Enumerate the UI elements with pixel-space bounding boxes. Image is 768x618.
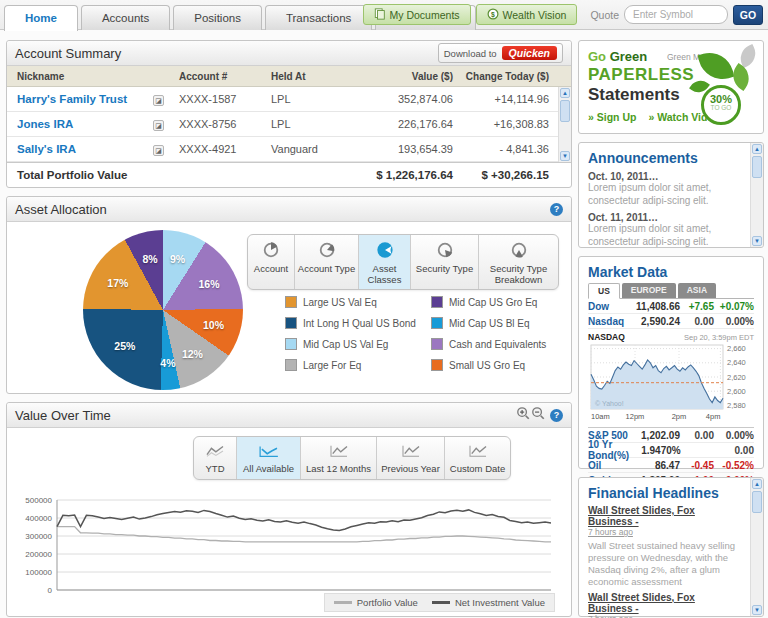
table-scrollbar[interactable]: ▲ ▼: [558, 87, 571, 162]
zoom-in-icon[interactable]: [516, 406, 531, 425]
scroll-up-icon[interactable]: ▲: [752, 144, 762, 154]
market-value: 86.47: [628, 460, 680, 471]
wealth-vision-button[interactable]: $ Wealth Vision: [476, 4, 578, 25]
range-button-custom-date[interactable]: Custom Date: [444, 437, 510, 479]
view-button-account[interactable]: Account: [248, 235, 294, 289]
scroll-down-icon[interactable]: ▼: [752, 236, 762, 246]
my-documents-button[interactable]: My Documents: [363, 4, 471, 25]
green-meter-badge: 30% TO GO: [701, 85, 741, 125]
range-button-last-12-months[interactable]: Last 12 Months: [300, 437, 376, 479]
asset-allocation-body: 9%16%10%12%4%25%17%8% Account Account Ty…: [7, 222, 571, 393]
market-tab-asia[interactable]: ASIA: [678, 283, 716, 298]
financial-headlines-title: Financial Headlines: [588, 485, 754, 501]
help-icon[interactable]: ?: [550, 203, 563, 216]
held-at: LPL: [271, 93, 363, 105]
sign-up-link[interactable]: » Sign Up: [588, 111, 636, 123]
external-link-icon[interactable]: ◪: [153, 95, 164, 106]
view-button-asset-classes[interactable]: Asset Classes: [358, 235, 410, 289]
scroll-down-icon[interactable]: ▼: [752, 605, 762, 615]
download-to-quicken-button[interactable]: Download to Quicken: [438, 43, 563, 63]
account-link[interactable]: Harry's Family Trust: [7, 93, 153, 105]
scroll-thumb[interactable]: [752, 156, 762, 178]
green-leaf-icon: [698, 48, 735, 85]
legend-label: Large For Eq: [303, 360, 361, 371]
account-number: XXXX-8756: [179, 118, 271, 130]
headline-link[interactable]: Wall Street Slides, Fox Business -: [588, 592, 754, 614]
account-change: +16,308.83: [453, 118, 557, 130]
value-over-time-body: YTD All Available Last 12 Months Previou…: [7, 428, 571, 616]
col-change-today: Change Today ($): [453, 71, 557, 82]
market-tab-europe[interactable]: EUROPE: [622, 283, 676, 298]
scroll-thumb[interactable]: [560, 100, 570, 122]
legend-item: Mid Cap US Val Eg: [285, 338, 431, 350]
pie-slice-label: 12%: [182, 348, 203, 360]
svg-text:300000: 300000: [25, 532, 52, 541]
legend-label: Int Long H Qual US Bond: [303, 318, 416, 329]
financial-headlines-panel: Financial Headlines Wall Street Slides, …: [578, 477, 764, 617]
market-symbol-link[interactable]: Nasdaq: [588, 316, 628, 327]
announcements-scrollbar[interactable]: ▲ ▼: [750, 143, 763, 247]
view-button-label: Security Type Breakdown: [481, 264, 556, 285]
svg-text:100000: 100000: [25, 568, 52, 577]
announcement-text: Lorem ipsum dolor sit amet, consectetur …: [588, 182, 754, 207]
range-button-ytd[interactable]: YTD: [194, 437, 236, 479]
account-table-header: Nickname Account # Held At Value ($) Cha…: [7, 66, 571, 87]
tab-home[interactable]: Home: [4, 5, 78, 31]
scroll-down-icon[interactable]: ▼: [560, 151, 570, 161]
nasdaq-label: NASDAQ: [588, 332, 625, 342]
row-icon-cell: ◪: [153, 93, 179, 106]
market-region-tabs: US EUROPE ASIA: [588, 283, 754, 299]
market-row: Oil 86.47 -0.45 -0.52%: [588, 458, 754, 473]
total-row: Total Portfolio Value $ 1,226,176.64 $ +…: [7, 162, 571, 187]
view-button-account-type[interactable]: Account Type: [294, 235, 358, 289]
legend-label: Small US Gro Eq: [449, 360, 525, 371]
pie-chart-icon-active: [376, 241, 394, 261]
market-change: 0.00: [680, 430, 714, 441]
legend-label: Mid Cap US Gro Eq: [449, 297, 537, 308]
account-summary-title: Account Summary: [15, 46, 438, 61]
go-label: Go: [588, 49, 606, 64]
range-button-label: All Available: [243, 464, 294, 474]
tab-transactions[interactable]: Transactions: [265, 5, 372, 30]
headline-body: Wall Street sustained heavy selling pres…: [588, 540, 754, 588]
legend-item: Large For Eq: [285, 359, 431, 371]
account-value: 352,874.06: [363, 93, 453, 105]
view-button-security-type[interactable]: Security Type: [410, 235, 478, 289]
scroll-up-icon[interactable]: ▲: [752, 479, 762, 489]
legend-swatch: [432, 601, 450, 604]
market-symbol-link[interactable]: Oil: [588, 460, 628, 471]
scroll-up-icon[interactable]: ▲: [560, 88, 570, 98]
table-row: Sally's IRA ◪ XXXX-4921 Vanguard 193,654…: [7, 137, 571, 162]
help-icon[interactable]: ?: [550, 409, 563, 422]
announcement-date: Oct. 10, 2011…: [588, 171, 754, 182]
col-nickname: Nickname: [7, 71, 179, 82]
external-link-icon[interactable]: ◪: [153, 120, 164, 131]
account-link[interactable]: Jones IRA: [7, 118, 153, 130]
quote-go-button[interactable]: GO: [733, 5, 763, 25]
pie-slice-label: 25%: [114, 340, 135, 352]
held-at: LPL: [271, 118, 363, 130]
view-button-security-type-breakdown[interactable]: Security Type Breakdown: [478, 235, 558, 289]
legend-swatch: [431, 317, 443, 329]
account-link[interactable]: Sally's IRA: [7, 143, 153, 155]
headline-link[interactable]: Wall Street Slides, Fox Business -: [588, 505, 754, 527]
tab-positions[interactable]: Positions: [173, 5, 262, 30]
view-button-label: Account: [254, 264, 288, 274]
external-link-icon[interactable]: ◪: [153, 145, 164, 156]
account-number: XXXX-1587: [179, 93, 271, 105]
range-button-all-available[interactable]: All Available: [236, 437, 300, 479]
headlines-scrollbar[interactable]: ▲ ▼: [750, 478, 763, 616]
range-buttons: YTD All Available Last 12 Months Previou…: [193, 436, 511, 480]
market-symbol-link[interactable]: 10 Yr Bond(%): [588, 439, 629, 461]
market-percent: -0.52%: [714, 460, 754, 471]
svg-text:2,640: 2,640: [727, 358, 746, 367]
market-tab-us[interactable]: US: [588, 283, 620, 299]
asset-allocation-panel: Asset Allocation ? 9%16%10%12%4%25%17%8%…: [6, 196, 572, 394]
market-symbol-link[interactable]: Dow: [588, 301, 628, 312]
scroll-thumb[interactable]: [752, 491, 762, 513]
tab-accounts[interactable]: Accounts: [81, 5, 170, 30]
quote-symbol-input[interactable]: [624, 5, 728, 24]
zoom-out-icon[interactable]: [531, 406, 546, 425]
market-percent: 0.00: [714, 445, 754, 456]
range-button-previous-year[interactable]: Previous Year: [376, 437, 444, 479]
